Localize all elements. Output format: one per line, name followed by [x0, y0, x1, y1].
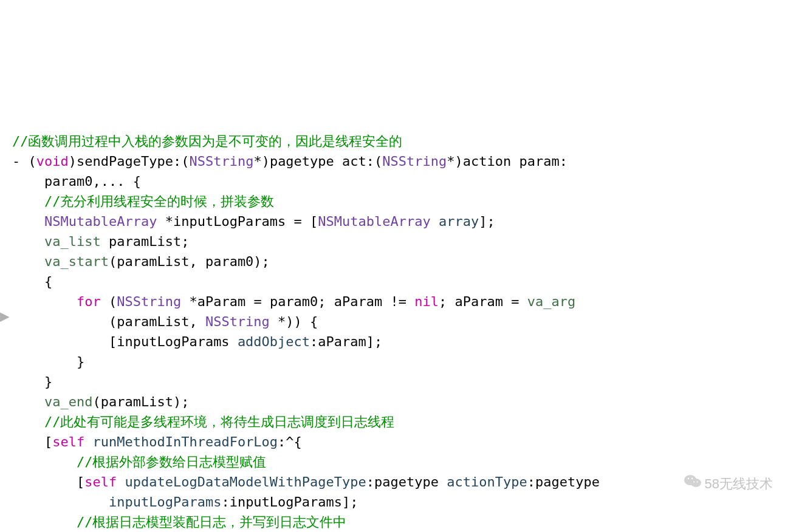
code-token: *)pagetype act:( [253, 154, 382, 169]
code-token: :inputLogParams]; [221, 494, 358, 510]
code-token: nil [414, 294, 439, 309]
code-token [12, 494, 109, 510]
code-token: NSString [382, 154, 447, 169]
code-token: NSMutableArray [318, 214, 430, 229]
watermark-text: 58无线技术 [705, 474, 773, 494]
code-token: va_arg [527, 294, 575, 309]
code-token: } [12, 374, 52, 389]
code-token: (paramList, param0); [109, 254, 270, 269]
code-token: //充分利用线程安全的时候，拼装参数 [44, 194, 275, 209]
svg-point-2 [687, 478, 688, 479]
code-token: for [77, 294, 101, 309]
code-token: paramList; [101, 234, 190, 249]
watermark: 58无线技术 [669, 454, 773, 514]
code-token: va_list [44, 234, 101, 249]
code-token: NSString [117, 294, 181, 309]
code-token: [ [12, 474, 84, 489]
code-token [12, 214, 44, 229]
code-token: *)action param: [447, 154, 567, 169]
code-token: )sendPageType:( [69, 154, 190, 169]
code-token: self [52, 434, 84, 449]
code-token: { [12, 274, 52, 289]
code-token: :pagetype [366, 474, 447, 489]
code-token: *inputLogParams = [ [157, 214, 318, 229]
code-token: ( [101, 294, 117, 309]
code-token: [inputLogParams [12, 334, 238, 349]
code-token: (paramList, [12, 314, 205, 329]
code-token: ; aParam = [439, 294, 527, 309]
code-token: actionType [447, 474, 527, 489]
code-token [12, 254, 44, 269]
code-token [12, 294, 77, 309]
code-token: runMethodInThreadForLog [92, 434, 278, 449]
code-token: inputLogParams [109, 494, 221, 510]
code-block: //函数调用过程中入栈的参数因为是不可变的，因此是线程安全的 - (void)s… [12, 131, 773, 532]
code-token: ]; [479, 214, 495, 229]
code-token [431, 214, 439, 229]
code-token: NSString [205, 314, 270, 329]
code-token [12, 414, 44, 429]
svg-point-3 [691, 478, 692, 479]
code-token: va_end [44, 394, 92, 409]
code-token: [ [12, 434, 52, 449]
code-token: void [36, 154, 69, 169]
code-token: } [12, 354, 84, 369]
code-token [12, 514, 77, 530]
gutter-marker-icon: ▶ [0, 306, 10, 326]
code-token [12, 394, 44, 409]
code-token: self [84, 474, 117, 489]
code-token: - ( [12, 154, 36, 169]
code-token: (paramList); [92, 394, 189, 409]
code-token: //函数调用过程中入栈的参数因为是不可变的，因此是线程安全的 [12, 134, 403, 149]
wechat-icon [669, 454, 701, 514]
code-token [12, 454, 77, 469]
code-token: //根据日志模型装配日志，并写到日志文件中 [77, 514, 347, 530]
code-token [117, 474, 125, 489]
code-token: array [439, 214, 479, 229]
code-token: //根据外部参数给日志模型赋值 [77, 454, 267, 469]
code-token: :aParam]; [310, 334, 382, 349]
code-token: :pagetype [527, 474, 600, 489]
code-token: addObject [238, 334, 310, 349]
svg-point-5 [696, 482, 698, 483]
code-token [84, 434, 92, 449]
svg-point-1 [690, 479, 701, 487]
code-token: //此处有可能是多线程环境，将待生成日志调度到日志线程 [44, 414, 395, 429]
code-token: *aParam = param0; aParam != [181, 294, 414, 309]
code-token: :^{ [278, 434, 302, 449]
code-token: updateLogDataModelWithPageType [125, 474, 366, 489]
code-token [12, 194, 44, 209]
code-token: NSString [189, 154, 253, 169]
code-token: param0,... { [12, 174, 141, 189]
code-token: *)) { [270, 314, 318, 329]
code-token [12, 234, 44, 249]
svg-point-4 [693, 482, 694, 483]
code-token: NSMutableArray [44, 214, 157, 229]
code-token: va_start [44, 254, 109, 269]
